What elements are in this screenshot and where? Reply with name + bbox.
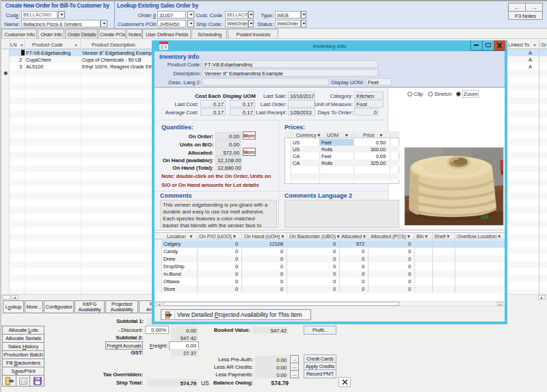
svg-text:AA: AA [481, 213, 489, 220]
